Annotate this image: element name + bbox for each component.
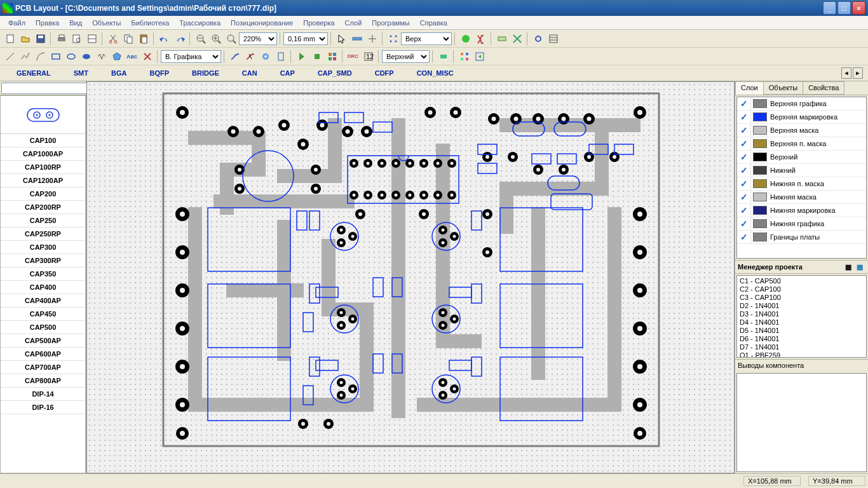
check-icon[interactable]: ✓ [737,137,751,150]
check-icon[interactable]: ✓ [737,124,751,137]
print-icon[interactable] [54,32,69,46]
grid-snap-icon[interactable] [386,32,400,46]
list-item[interactable]: D2 - 1N4001 [738,302,865,310]
fanout-icon[interactable] [273,50,288,64]
list-item[interactable]: CAP400AP [1,294,85,308]
arc-icon[interactable] [33,50,48,64]
close-button[interactable]: × [852,1,865,15]
list-item[interactable]: CAP700AP [1,361,85,374]
unroute-icon[interactable] [243,50,257,64]
list-item[interactable]: CAP600AP [1,348,85,361]
tab-bridge[interactable]: BRIDGE [180,67,231,79]
list-item[interactable]: D4 - 1N4001 [738,318,865,327]
list-item[interactable]: CAP200RP [1,201,85,214]
list-item[interactable]: CAP450 [1,308,85,321]
check-icon[interactable]: ✓ [737,204,751,217]
zoom-select[interactable]: 220% [239,32,277,45]
find-icon[interactable] [473,32,488,46]
check-icon[interactable]: ✓ [737,217,751,230]
tab-smt[interactable]: SMT [62,67,100,79]
tab-can[interactable]: CAN [231,67,269,79]
paste-icon[interactable] [136,32,151,46]
list-item[interactable]: CAP350 [1,268,85,281]
autoroute-icon[interactable] [294,50,309,64]
list-item[interactable]: CAP1000AP [1,147,85,161]
menu-objects[interactable]: Объекты [87,18,126,28]
list-item[interactable]: D5 - 1N4001 [738,327,865,335]
list-item[interactable]: CAP250 [1,214,85,227]
polyline-icon[interactable] [18,50,32,64]
via-icon[interactable] [258,50,273,64]
check-icon[interactable]: ✓ [737,151,751,163]
colors-icon[interactable] [510,32,524,46]
list-item[interactable]: CAP300RP [1,254,85,268]
layer-select[interactable]: Верх [401,32,452,45]
line-icon[interactable] [3,50,17,64]
drc-check-icon[interactable]: DRC [346,50,360,64]
list-item[interactable]: C3 - CAP100 [738,294,865,302]
menu-help[interactable]: Справка [415,18,452,28]
check-icon[interactable]: ✓ [737,111,751,123]
maximize-button[interactable]: □ [837,1,851,15]
tab-properties[interactable]: Свойства [803,81,844,95]
tab-cdfp[interactable]: CDFP [363,67,405,79]
project-list[interactable]: C1 - CAP500 C2 - CAP100 C3 - CAP100 D2 -… [736,275,867,358]
cursor-icon[interactable] [334,32,349,46]
renumber-icon[interactable]: 12 [361,50,376,64]
check-icon[interactable]: ✓ [737,231,751,243]
cut-icon[interactable] [105,32,120,46]
list-item[interactable]: CAP100RP [1,161,85,174]
delete-icon[interactable] [140,50,154,64]
zigzag-icon[interactable] [94,50,109,64]
menu-position[interactable]: Позиционирование [226,18,298,28]
list-item[interactable]: CAP400 [1,281,85,294]
redo-icon[interactable] [172,32,187,46]
list-item[interactable]: CAP500 [1,321,85,334]
tab-prev-icon[interactable]: ◄ [841,67,851,79]
menu-programs[interactable]: Программы [367,18,414,28]
draw-layer-select[interactable]: В. Графика [161,50,221,63]
trace-width-select[interactable]: 0,16 mm [283,32,328,45]
menu-route[interactable]: Трассировка [174,18,226,28]
settings-icon[interactable] [325,50,339,64]
tab-capsmd[interactable]: CAP_SMD [306,67,363,79]
list-item[interactable]: DIP-16 [1,401,85,414]
chip2-icon[interactable]: ▦ [857,263,863,271]
list-item[interactable]: CAP200 [1,187,85,201]
pcb-canvas[interactable] [86,81,735,473]
menu-view[interactable]: Вид [64,18,87,28]
panel-icon[interactable] [546,32,560,46]
component-filter-input[interactable] [1,83,90,94]
pcb-board[interactable] [157,87,665,456]
tab-bqfp[interactable]: BQFP [138,67,180,79]
ruler-icon[interactable] [349,32,364,46]
stop-icon[interactable] [309,50,324,64]
menu-file[interactable]: Файл [3,18,31,28]
open-icon[interactable] [18,32,32,46]
filled-ellipse-icon[interactable] [79,50,93,64]
layers-list[interactable]: ✓Верхняя графика ✓Верхняя маркировка ✓Ве… [736,97,867,259]
menu-layer[interactable]: Слой [340,18,367,28]
check-icon[interactable]: ✓ [737,164,751,177]
route-icon[interactable] [227,50,242,64]
toggle-icon[interactable] [494,32,509,46]
menu-check[interactable]: Проверка [298,18,339,28]
preview-icon[interactable] [69,32,84,46]
refresh-icon[interactable] [531,32,545,46]
list-item[interactable]: C2 - CAP100 [738,285,865,294]
list-item[interactable]: CAP800AP [1,374,85,388]
list-item[interactable]: Q1 - PBF259 [738,351,865,358]
text-icon[interactable]: Авс [125,50,139,64]
export-icon[interactable] [472,50,487,64]
list-item[interactable]: D7 - 1N4001 [738,343,865,351]
list-item[interactable]: DIP-14 [1,388,85,401]
list-item[interactable]: CAP100 [1,134,85,147]
origin-icon[interactable] [365,32,379,46]
list-item[interactable]: CAP300 [1,241,85,254]
tab-general[interactable]: GENERAL [5,67,62,79]
list-item[interactable]: D6 - 1N4001 [738,335,865,343]
ellipse-icon[interactable] [64,50,78,64]
tab-layers[interactable]: Слои [735,81,764,95]
net-layer-select[interactable]: Верхний [382,50,430,63]
drc-icon[interactable] [458,32,473,46]
